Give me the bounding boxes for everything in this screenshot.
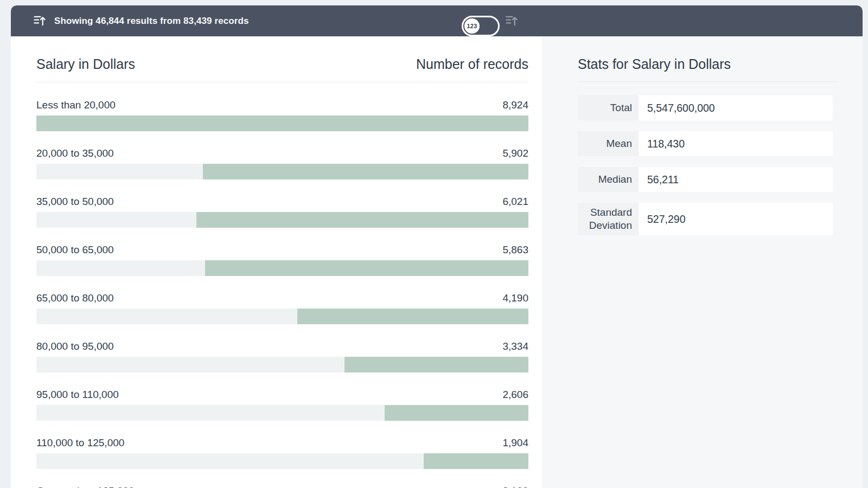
bin-count: 8,100 [502, 485, 528, 488]
stat-label: Total [578, 95, 639, 120]
bin-count: 6,021 [502, 195, 528, 208]
bar-track[interactable] [36, 260, 528, 276]
stat-row: Standard Deviation 527,290 [578, 203, 833, 235]
stat-value: 118,430 [639, 131, 833, 156]
bar-track[interactable] [36, 164, 528, 179]
bin-count: 5,902 [502, 147, 528, 159]
stat-label: Median [578, 167, 639, 192]
stats-divider [578, 81, 838, 82]
stat-value: 56,211 [639, 167, 833, 192]
chart-header: Salary in Dollars Number of records [36, 56, 528, 82]
bar-fill [385, 405, 528, 421]
stat-label: Mean [578, 131, 639, 156]
bar-track[interactable] [36, 212, 528, 228]
histogram-row[interactable]: 50,000 to 65,000 5,863 [36, 243, 528, 276]
app-window: Showing 46,844 results from 83,439 recor… [11, 5, 863, 488]
bin-count: 2,606 [502, 388, 528, 401]
bar-fill [205, 260, 528, 276]
sort-results-icon [34, 15, 46, 27]
bin-count: 3,334 [502, 340, 528, 352]
stats-panel: Stats for Salary in Dollars Total 5,547,… [542, 36, 863, 488]
bar-fill [196, 212, 528, 228]
bar-fill [297, 309, 528, 324]
bar-track[interactable] [36, 115, 528, 131]
bar-track[interactable] [36, 453, 528, 469]
bin-label: 95,000 to 110,000 [36, 388, 119, 401]
histogram-panel: Salary in Dollars Number of records Less… [11, 36, 542, 488]
number-format-toggle[interactable]: 123 [462, 16, 500, 36]
bin-count: 8,924 [502, 99, 528, 111]
histogram-row[interactable]: 35,000 to 50,000 6,021 [36, 195, 528, 228]
stat-row: Total 5,547,600,000 [578, 95, 833, 120]
bar-fill [344, 357, 528, 373]
bar-fill [36, 115, 528, 131]
histogram-rows: Less than 20,000 8,924 20,000 to 35,000 … [36, 99, 528, 488]
chart-value-header: Number of records [416, 56, 528, 72]
sort-order-icon[interactable] [506, 15, 518, 27]
bin-label: Less than 20,000 [36, 99, 116, 111]
stats-title: Stats for Salary in Dollars [578, 56, 838, 72]
stats-rows: Total 5,547,600,000 Mean 118,430 Median … [578, 95, 833, 235]
histogram-row[interactable]: 95,000 to 110,000 2,606 [36, 388, 528, 421]
bin-count: 4,190 [502, 292, 528, 304]
histogram-row[interactable]: 65,000 to 80,000 4,190 [36, 292, 528, 324]
bar-fill [424, 453, 528, 469]
bin-label: 110,000 to 125,000 [36, 436, 124, 449]
stat-row: Median 56,211 [578, 167, 833, 192]
bin-count: 5,863 [502, 243, 528, 256]
histogram-row[interactable]: 20,000 to 35,000 5,902 [36, 147, 528, 179]
bin-label: 65,000 to 80,000 [36, 292, 114, 304]
bar-track[interactable] [36, 357, 528, 373]
histogram-row[interactable]: 80,000 to 95,000 3,334 [36, 340, 528, 373]
bar-track[interactable] [36, 405, 528, 421]
histogram-row[interactable]: 110,000 to 125,000 1,904 [36, 436, 528, 469]
stat-value: 5,547,600,000 [639, 95, 833, 120]
top-status-bar: Showing 46,844 results from 83,439 recor… [11, 5, 863, 36]
results-count-text: Showing 46,844 results from 83,439 recor… [54, 16, 249, 27]
histogram-row[interactable]: Greater than 125,000 8,100 [36, 485, 528, 488]
bin-count: 1,904 [502, 436, 528, 449]
bin-label: 50,000 to 65,000 [36, 243, 114, 256]
bin-label: 80,000 to 95,000 [36, 340, 114, 352]
bar-track[interactable] [36, 309, 528, 324]
bin-label: 35,000 to 50,000 [36, 195, 114, 208]
bin-label: 20,000 to 35,000 [36, 147, 114, 159]
stat-row: Mean 118,430 [578, 131, 833, 156]
bar-fill [203, 164, 528, 179]
results-status: Showing 46,844 results from 83,439 recor… [34, 5, 249, 36]
bin-label: Greater than 125,000 [36, 485, 135, 488]
stat-value: 527,290 [639, 203, 833, 235]
histogram-row[interactable]: Less than 20,000 8,924 [36, 99, 528, 131]
number-format-toggle-knob[interactable]: 123 [464, 18, 480, 34]
chart-title: Salary in Dollars [36, 56, 135, 72]
content-area: Salary in Dollars Number of records Less… [11, 36, 863, 488]
stat-label: Standard Deviation [578, 203, 639, 235]
